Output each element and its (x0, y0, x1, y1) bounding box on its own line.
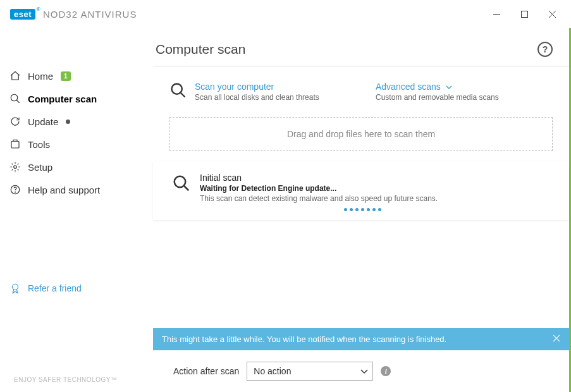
main-content: Computer scan ? Scan your computer Scan … (153, 28, 571, 392)
scan-your-computer-option[interactable]: Scan your computer Scan all local disks … (169, 82, 365, 102)
scan-options-row: Scan your computer Scan all local disks … (153, 66, 569, 117)
refer-label: Refer a friend (28, 283, 82, 293)
scan-status: Waiting for Detection Engine update... (200, 184, 550, 193)
sidebar-item-label: Tools (28, 139, 50, 150)
sidebar-item-help[interactable]: Help and support (0, 178, 153, 201)
select-value: No action (247, 362, 373, 381)
refer-a-friend-link[interactable]: Refer a friend (0, 276, 90, 301)
product-name: NOD32 ANTIVIRUS (43, 9, 137, 20)
initial-scan-card: Initial scan Waiting for Detection Engin… (153, 161, 569, 220)
option-title: Scan your computer (195, 82, 319, 92)
sidebar-item-label: Home (28, 71, 53, 82)
chevron-down-icon (446, 82, 452, 92)
svg-point-10 (13, 284, 18, 290)
info-toast: This might take a little while. You will… (153, 328, 569, 350)
toast-close-button[interactable] (553, 334, 560, 344)
svg-point-9 (15, 192, 16, 192)
sidebar-item-label: Help and support (28, 185, 100, 195)
home-icon (9, 70, 21, 82)
update-icon (9, 115, 21, 128)
action-label: Action after scan (173, 366, 239, 376)
sidebar-item-tools[interactable]: Tools (0, 133, 153, 156)
sidebar-item-update[interactable]: Update (0, 110, 153, 133)
svg-line-14 (184, 186, 189, 191)
window-controls (482, 4, 566, 24)
advanced-scans-option[interactable]: Advanced scans Custom and removable medi… (376, 82, 553, 102)
drag-drop-zone[interactable]: Drag and drop files here to scan them (169, 117, 553, 151)
sidebar-item-setup[interactable]: Setup (0, 156, 153, 178)
option-title: Advanced scans (376, 82, 499, 92)
close-button[interactable] (538, 4, 566, 24)
search-icon (9, 92, 21, 105)
page-title: Computer scan (156, 42, 245, 57)
sidebar-item-home[interactable]: Home 1 (0, 64, 153, 87)
sidebar-item-label: Setup (28, 162, 52, 173)
update-indicator-dot (66, 119, 70, 124)
page-header: Computer scan ? (153, 28, 569, 66)
svg-line-5 (16, 100, 20, 103)
scan-description: This scan can detect existing malware an… (200, 194, 550, 203)
sidebar-item-computer-scan[interactable]: Computer scan (0, 87, 153, 110)
search-icon (172, 174, 191, 193)
maximize-button[interactable] (510, 4, 538, 24)
notification-badge: 1 (61, 71, 71, 81)
option-subtitle: Scan all local disks and clean threats (195, 93, 319, 102)
sidebar-item-label: Computer scan (28, 94, 97, 104)
progress-indicator (200, 208, 550, 211)
titlebar: eset NOD32 ANTIVIRUS (0, 0, 571, 28)
svg-point-13 (175, 176, 186, 188)
svg-point-4 (11, 94, 18, 101)
svg-rect-1 (521, 11, 527, 17)
sidebar-item-label: Update (28, 116, 58, 127)
svg-rect-6 (11, 142, 19, 149)
tagline: ENJOY SAFER TECHNOLOGY™ (14, 376, 117, 383)
help-icon (9, 183, 21, 196)
context-help-button[interactable]: ? (537, 42, 553, 57)
brand-logo: eset (10, 9, 35, 20)
option-subtitle: Custom and removable media scans (376, 93, 499, 102)
svg-line-12 (181, 93, 185, 97)
search-icon (169, 82, 187, 99)
info-icon[interactable]: i (381, 366, 391, 376)
action-after-scan-select[interactable]: No action (247, 362, 373, 381)
svg-point-11 (172, 84, 182, 94)
minimize-button[interactable] (482, 4, 510, 24)
tools-icon (9, 138, 21, 150)
scan-title: Initial scan (200, 173, 550, 183)
gear-icon (9, 161, 21, 173)
sidebar: Home 1 Computer scan Update Tools Setup … (0, 28, 153, 392)
svg-point-7 (14, 166, 17, 169)
action-after-scan-row: Action after scan No action i (153, 350, 569, 392)
toast-message: This might take a little while. You will… (162, 334, 446, 344)
award-icon (9, 282, 21, 295)
